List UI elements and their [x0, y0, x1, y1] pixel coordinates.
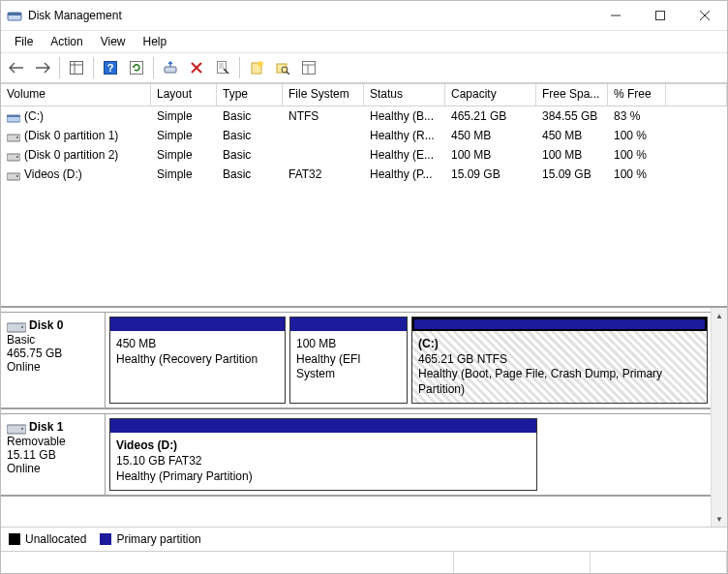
partition-block[interactable]: Videos (D:)15.10 GB FAT32Healthy (Primar…: [109, 418, 537, 491]
partition-block[interactable]: 450 MBHealthy (Recovery Partition: [109, 317, 286, 404]
volume-pct: 83 %: [608, 109, 666, 123]
volume-status: Healthy (P...: [364, 167, 445, 181]
disk-info[interactable]: Disk 0Basic465.75 GBOnline: [1, 313, 106, 408]
volume-icon: [7, 150, 20, 162]
partition-block[interactable]: (C:)465.21 GB NTFSHealthy (Boot, Page Fi…: [411, 317, 708, 404]
find-button[interactable]: [271, 56, 294, 79]
table-row[interactable]: (Disk 0 partition 2)SimpleBasicHealthy (…: [1, 145, 727, 165]
volume-capacity: 450 MB: [445, 129, 536, 142]
toolbar-separator: [93, 57, 94, 78]
partition-header-bar: [110, 317, 285, 331]
volume-icon: [7, 169, 20, 181]
show-hide-tree-button[interactable]: [65, 56, 88, 79]
svg-rect-33: [7, 323, 26, 332]
volume-type: Basic: [217, 129, 283, 142]
disk-icon: [7, 319, 26, 333]
disk-management-window: Disk Management File Action View Help ? …: [0, 0, 728, 574]
table-row[interactable]: (C:)SimpleBasicNTFSHealthy (B...465.21 G…: [1, 106, 727, 126]
col-filesystem[interactable]: File System: [283, 84, 364, 106]
partition-size: 100 MB: [296, 337, 401, 352]
help-button[interactable]: ?: [99, 56, 122, 79]
volume-free: 100 MB: [536, 148, 608, 162]
toolbar: ?: [1, 53, 727, 83]
refresh-button[interactable]: [125, 56, 148, 79]
menubar: File Action View Help: [1, 31, 727, 53]
volume-type: Basic: [217, 109, 283, 123]
col-layout[interactable]: Layout: [151, 84, 217, 106]
col-pctfree[interactable]: % Free: [608, 84, 666, 106]
disk-partitions: Videos (D:)15.10 GB FAT32Healthy (Primar…: [106, 414, 712, 495]
volume-pct: 100 %: [608, 129, 666, 142]
scroll-down-icon[interactable]: ▼: [712, 511, 727, 527]
disk-row: Disk 1Removable15.11 GBOnlineVideos (D:)…: [1, 413, 712, 497]
legend-primary-label: Primary partition: [116, 532, 200, 546]
partition-status: Healthy (Recovery Partition: [116, 352, 279, 368]
volume-capacity: 15.09 GB: [445, 167, 536, 181]
volume-fs: FAT32: [283, 167, 364, 181]
maximize-button[interactable]: [638, 1, 682, 30]
new-volume-button[interactable]: [245, 56, 268, 79]
svg-point-34: [21, 326, 23, 328]
rescan-button[interactable]: [159, 56, 182, 79]
menu-file[interactable]: File: [7, 33, 41, 50]
svg-point-28: [16, 136, 18, 138]
volume-pct: 100 %: [608, 148, 666, 162]
volume-layout: Simple: [151, 148, 217, 162]
scroll-up-icon[interactable]: ▲: [712, 308, 727, 323]
volume-name: Videos (D:): [24, 167, 82, 181]
partition-size: 465.21 GB NTFS: [418, 352, 701, 368]
col-volume[interactable]: Volume: [1, 84, 151, 106]
statusbar: [1, 551, 727, 573]
partition-block[interactable]: 100 MBHealthy (EFI System: [289, 317, 408, 404]
volume-pct: 100 %: [608, 167, 666, 181]
forward-button[interactable]: [31, 56, 54, 79]
menu-view[interactable]: View: [93, 33, 134, 50]
partition-header-bar: [412, 317, 707, 331]
col-freespace[interactable]: Free Spa...: [536, 84, 608, 106]
volume-status: Healthy (B...: [364, 109, 445, 123]
toolbar-separator: [59, 57, 60, 78]
table-row[interactable]: (Disk 0 partition 1)SimpleBasicHealthy (…: [1, 126, 727, 145]
legend-bar: Unallocated Primary partition: [1, 527, 727, 551]
vertical-scrollbar[interactable]: ▲ ▼: [711, 308, 727, 527]
close-button[interactable]: [682, 1, 727, 30]
svg-point-18: [258, 61, 263, 67]
legend-unallocated-label: Unallocated: [25, 532, 86, 546]
col-capacity[interactable]: Capacity: [445, 84, 536, 106]
partition-header-bar: [110, 419, 536, 433]
table-row[interactable]: Videos (D:)SimpleBasicFAT32Healthy (P...…: [1, 165, 727, 184]
volume-free: 450 MB: [536, 129, 608, 142]
volume-layout: Simple: [151, 167, 217, 181]
svg-point-36: [21, 428, 23, 430]
legend-unallocated-swatch: [9, 533, 20, 545]
partition-status: Healthy (Boot, Page File, Crash Dump, Pr…: [418, 367, 701, 397]
back-button[interactable]: [5, 56, 28, 79]
menu-action[interactable]: Action: [43, 33, 90, 50]
disk-partitions: 450 MBHealthy (Recovery Partition100 MBH…: [106, 313, 712, 408]
properties-button[interactable]: [211, 56, 234, 79]
svg-rect-35: [7, 425, 26, 434]
volume-name: (Disk 0 partition 1): [24, 129, 118, 142]
menu-help[interactable]: Help: [136, 33, 175, 50]
disk-row: Disk 0Basic465.75 GBOnline450 MBHealthy …: [1, 312, 712, 409]
volume-type: Basic: [217, 148, 283, 162]
titlebar: Disk Management: [1, 1, 727, 31]
svg-rect-3: [656, 12, 665, 20]
volume-free: 15.09 GB: [536, 167, 608, 181]
volume-status: Healthy (E...: [364, 148, 445, 162]
svg-rect-6: [71, 62, 83, 75]
volume-free: 384.55 GB: [536, 109, 608, 123]
col-status[interactable]: Status: [364, 84, 445, 106]
volume-capacity: 100 MB: [445, 148, 536, 162]
delete-button[interactable]: [185, 56, 208, 79]
toolbar-separator: [153, 57, 154, 78]
disk-info[interactable]: Disk 1Removable15.11 GBOnline: [1, 414, 106, 495]
col-type[interactable]: Type: [217, 84, 283, 106]
settings-view-button[interactable]: [297, 56, 320, 79]
volume-type: Basic: [217, 167, 283, 181]
minimize-button[interactable]: [593, 1, 638, 30]
partition-status: Healthy (EFI System: [296, 352, 401, 382]
partition-title: (C:): [418, 337, 701, 352]
col-spacer: [666, 84, 727, 106]
column-headers: Volume Layout Type File System Status Ca…: [1, 83, 727, 106]
